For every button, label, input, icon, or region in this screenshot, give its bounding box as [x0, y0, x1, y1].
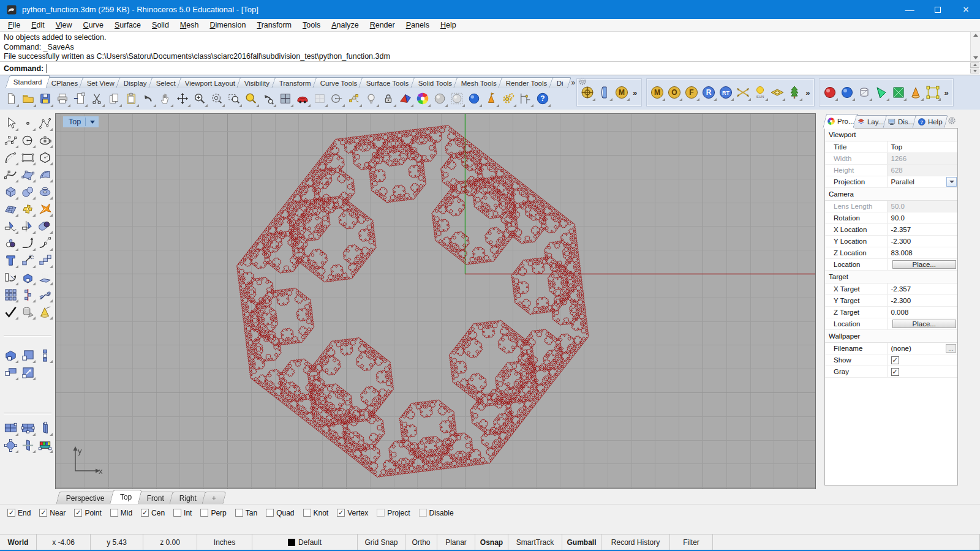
status-osnap[interactable]: Osnap — [475, 534, 508, 550]
menu-help[interactable]: Help — [435, 20, 462, 31]
browse-file-button[interactable]: ... — [946, 344, 956, 353]
viewport-canvas[interactable] — [56, 114, 815, 489]
four-viewports-button[interactable] — [2, 419, 19, 437]
extrude-straight-button[interactable] — [36, 269, 53, 286]
rectangle-button[interactable] — [19, 149, 36, 166]
curved-surface-button[interactable] — [36, 166, 53, 183]
paste-button[interactable] — [123, 90, 140, 108]
zoom-selected-button[interactable] — [243, 90, 260, 108]
toolbar-tab-solid-tools[interactable]: Solid Tools — [410, 77, 460, 88]
toolbar-tab-transform[interactable]: Transform — [271, 77, 319, 88]
menu-surface[interactable]: Surface — [109, 20, 146, 31]
viewport-tab-perspective[interactable]: Perspective — [56, 492, 115, 504]
status-world[interactable]: World — [0, 534, 37, 550]
scroll-down-icon[interactable] — [973, 56, 978, 59]
render-rt-button[interactable]: RT — [717, 84, 734, 102]
selection-rect-button[interactable] — [924, 84, 941, 102]
macro-m-button[interactable]: M — [613, 84, 630, 102]
osnap-end-checkbox[interactable]: ✓ — [7, 509, 15, 517]
curve-handles-button[interactable] — [2, 166, 19, 183]
lamp-button[interactable] — [363, 90, 380, 108]
point-button[interactable] — [19, 114, 36, 132]
menu-curve[interactable]: Curve — [78, 20, 109, 31]
sun-light-button[interactable]: SUN — [752, 84, 769, 102]
compass-target-button[interactable] — [579, 84, 596, 102]
toolbar-tab-surface-tools[interactable]: Surface Tools — [358, 77, 417, 88]
osnap-point-checkbox[interactable]: ✓ — [74, 509, 82, 517]
menu-dimension[interactable]: Dimension — [204, 20, 251, 31]
panel-tab-help[interactable]: ?Help — [913, 115, 948, 128]
menu-analyze[interactable]: Analyze — [326, 20, 364, 31]
menu-render[interactable]: Render — [364, 20, 401, 31]
copy-button[interactable] — [105, 90, 123, 108]
status-default[interactable]: Default — [252, 534, 358, 550]
menu-file[interactable]: File — [2, 20, 26, 31]
array-button[interactable] — [2, 286, 19, 303]
menu-transform[interactable]: Transform — [252, 20, 298, 31]
osnap-tan-checkbox[interactable] — [235, 509, 243, 517]
material-blue-button[interactable] — [839, 84, 856, 102]
status-smarttrack[interactable]: SmartTrack — [508, 534, 562, 550]
move-button[interactable] — [19, 252, 36, 269]
viewport-tab-front[interactable]: Front — [137, 492, 175, 504]
explode-button[interactable] — [19, 200, 36, 217]
history-panel-button[interactable] — [596, 84, 613, 102]
place-button[interactable]: Place... — [892, 260, 956, 269]
spin-down[interactable] — [970, 69, 979, 74]
viewport-top[interactable]: Top yx — [55, 113, 816, 489]
trim-button[interactable] — [2, 217, 19, 234]
solid-tools-button[interactable] — [19, 303, 36, 320]
material-green-box-button[interactable] — [890, 84, 907, 102]
circle-button[interactable] — [19, 132, 36, 149]
spin-up[interactable] — [970, 62, 979, 68]
status-record-history[interactable]: Record History — [601, 534, 670, 550]
projection-dropdown-button[interactable] — [946, 177, 957, 187]
undo-view-change-button[interactable] — [260, 90, 277, 108]
select-button[interactable] — [2, 114, 19, 132]
small-viewport-button[interactable] — [2, 364, 19, 381]
property-value-z-location[interactable]: 83.008 — [888, 247, 957, 258]
split-vertical-button[interactable] — [36, 419, 53, 437]
toolbar-tab-viewport-layout[interactable]: Viewport Layout — [177, 77, 243, 88]
command-history[interactable]: No objects added to selection.Command: _… — [0, 32, 980, 62]
ground-plane-button[interactable] — [769, 84, 786, 102]
material-cone-button[interactable] — [907, 84, 924, 102]
command-spinner[interactable] — [970, 62, 979, 73]
map-faded-button[interactable] — [311, 90, 328, 108]
command-input[interactable]: Command: — [0, 62, 980, 75]
copy-button[interactable] — [36, 252, 53, 269]
import-file-button[interactable] — [71, 90, 88, 108]
cplane-points-button[interactable] — [2, 437, 19, 454]
status-gumball[interactable]: Gumball — [562, 534, 601, 550]
status-planar[interactable]: Planar — [437, 534, 475, 550]
arc-button[interactable] — [2, 149, 19, 166]
property-value-x-location[interactable]: -2.357 — [888, 224, 957, 235]
command-history-scrollbar[interactable] — [970, 32, 980, 61]
split-button[interactable] — [19, 217, 36, 234]
lock-objects-button[interactable] — [380, 90, 397, 108]
osnap-quad-checkbox[interactable] — [266, 509, 274, 517]
vertical-plane-button[interactable] — [19, 437, 36, 454]
help-button[interactable]: ? — [534, 90, 551, 108]
surface-points-button[interactable] — [19, 166, 36, 183]
osnap-disable[interactable]: Disable — [419, 509, 454, 517]
osnap-near[interactable]: ✓Near — [39, 509, 66, 517]
render-r-button[interactable]: R — [700, 84, 717, 102]
maximize-viewport-button[interactable] — [19, 347, 36, 364]
cut-button[interactable] — [88, 90, 105, 108]
menu-tools[interactable]: Tools — [297, 20, 326, 31]
screen-capture-button[interactable] — [36, 437, 53, 454]
flag-cone-button[interactable] — [483, 90, 500, 108]
open-file-button[interactable] — [20, 90, 37, 108]
mesh-surface-button[interactable] — [2, 200, 19, 217]
point-edit-button[interactable] — [2, 303, 19, 320]
osnap-int[interactable]: Int — [173, 509, 192, 517]
box-button[interactable] — [2, 183, 19, 200]
shaded-view-button[interactable] — [431, 90, 448, 108]
panel-gear-icon[interactable] — [947, 116, 958, 127]
control-curve-button[interactable] — [2, 132, 19, 149]
osnap-mid[interactable]: Mid — [110, 509, 132, 517]
osnap-quad[interactable]: Quad — [266, 509, 294, 517]
osnap-cen-checkbox[interactable]: ✓ — [141, 509, 149, 517]
property-value-rotation[interactable]: 90.0 — [888, 212, 957, 223]
